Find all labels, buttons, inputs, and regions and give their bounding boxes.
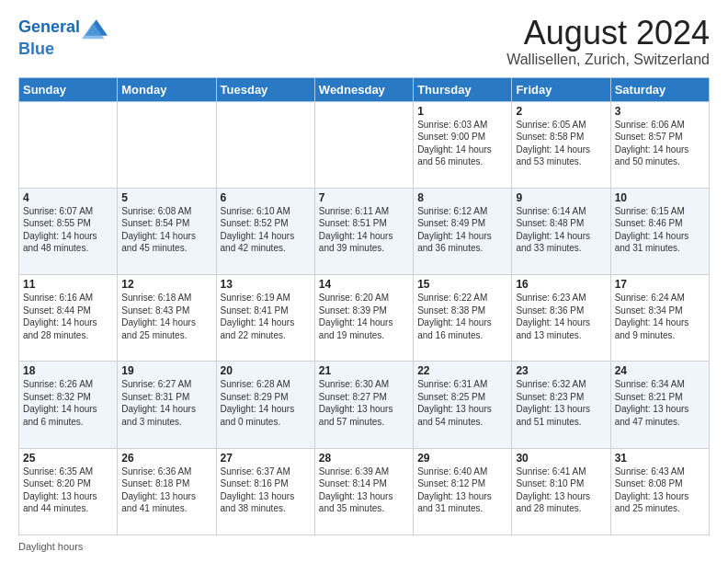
day-number: 16 — [516, 278, 606, 291]
day-number: 28 — [319, 452, 409, 465]
calendar-cell: 31Sunrise: 6:43 AM Sunset: 8:08 PM Dayli… — [610, 448, 709, 534]
day-number: 12 — [121, 278, 211, 291]
calendar-week-row: 25Sunrise: 6:35 AM Sunset: 8:20 PM Dayli… — [19, 448, 710, 534]
calendar-cell: 7Sunrise: 6:11 AM Sunset: 8:51 PM Daylig… — [314, 188, 413, 274]
calendar-cell: 13Sunrise: 6:19 AM Sunset: 8:41 PM Dayli… — [216, 275, 314, 362]
calendar-cell: 3Sunrise: 6:06 AM Sunset: 8:57 PM Daylig… — [610, 101, 709, 188]
day-number: 10 — [615, 191, 705, 204]
calendar-header-row: SundayMondayTuesdayWednesdayThursdayFrid… — [19, 77, 710, 101]
logo-text: General — [18, 18, 80, 37]
day-info: Sunrise: 6:11 AM Sunset: 8:51 PM Dayligh… — [319, 206, 393, 254]
day-info: Sunrise: 6:16 AM Sunset: 8:44 PM Dayligh… — [23, 293, 97, 340]
day-number: 26 — [121, 452, 211, 465]
day-number: 18 — [23, 364, 113, 377]
day-info: Sunrise: 6:14 AM Sunset: 8:48 PM Dayligh… — [516, 206, 590, 254]
calendar-cell: 18Sunrise: 6:26 AM Sunset: 8:32 PM Dayli… — [19, 362, 118, 448]
day-info: Sunrise: 6:27 AM Sunset: 8:31 PM Dayligh… — [121, 379, 196, 427]
logo-text2: Blue — [18, 40, 54, 58]
day-info: Sunrise: 6:24 AM Sunset: 8:34 PM Dayligh… — [615, 293, 689, 340]
calendar-cell: 29Sunrise: 6:40 AM Sunset: 8:12 PM Dayli… — [414, 448, 512, 534]
calendar-day-header: Friday — [512, 77, 610, 101]
day-number: 25 — [23, 452, 113, 465]
day-info: Sunrise: 6:31 AM Sunset: 8:25 PM Dayligh… — [417, 379, 492, 427]
calendar-cell — [314, 101, 413, 188]
day-number: 13 — [221, 278, 311, 291]
calendar-cell: 9Sunrise: 6:14 AM Sunset: 8:48 PM Daylig… — [512, 188, 610, 274]
calendar-day-header: Monday — [118, 77, 216, 101]
calendar-cell: 4Sunrise: 6:07 AM Sunset: 8:55 PM Daylig… — [19, 188, 118, 274]
day-info: Sunrise: 6:32 AM Sunset: 8:23 PM Dayligh… — [516, 379, 590, 427]
calendar-cell: 11Sunrise: 6:16 AM Sunset: 8:44 PM Dayli… — [19, 275, 118, 362]
calendar-cell: 28Sunrise: 6:39 AM Sunset: 8:14 PM Dayli… — [314, 448, 413, 534]
day-number: 29 — [417, 452, 507, 465]
day-number: 20 — [221, 364, 311, 377]
day-info: Sunrise: 6:28 AM Sunset: 8:29 PM Dayligh… — [221, 379, 295, 427]
page-title: August 2024 — [506, 15, 710, 52]
logo-icon — [82, 15, 108, 40]
calendar-cell: 17Sunrise: 6:24 AM Sunset: 8:34 PM Dayli… — [610, 275, 709, 362]
day-number: 3 — [615, 105, 705, 118]
day-info: Sunrise: 6:39 AM Sunset: 8:14 PM Dayligh… — [319, 466, 393, 514]
day-info: Sunrise: 6:23 AM Sunset: 8:36 PM Dayligh… — [516, 293, 590, 340]
calendar-cell — [216, 101, 314, 188]
day-info: Sunrise: 6:12 AM Sunset: 8:49 PM Dayligh… — [417, 206, 492, 254]
day-info: Sunrise: 6:34 AM Sunset: 8:21 PM Dayligh… — [615, 379, 689, 427]
day-number: 27 — [221, 452, 311, 465]
page: General Blue August 2024 Wallisellen, Zu… — [0, 0, 728, 563]
header: General Blue August 2024 Wallisellen, Zu… — [18, 15, 710, 68]
day-info: Sunrise: 6:40 AM Sunset: 8:12 PM Dayligh… — [417, 466, 492, 514]
day-number: 30 — [516, 452, 606, 465]
day-info: Sunrise: 6:36 AM Sunset: 8:18 PM Dayligh… — [121, 466, 196, 514]
calendar-cell: 5Sunrise: 6:08 AM Sunset: 8:54 PM Daylig… — [118, 188, 216, 274]
day-info: Sunrise: 6:41 AM Sunset: 8:10 PM Dayligh… — [516, 466, 590, 514]
calendar-cell: 16Sunrise: 6:23 AM Sunset: 8:36 PM Dayli… — [512, 275, 610, 362]
day-number: 7 — [319, 191, 409, 204]
day-info: Sunrise: 6:10 AM Sunset: 8:52 PM Dayligh… — [221, 206, 295, 254]
day-info: Sunrise: 6:03 AM Sunset: 9:00 PM Dayligh… — [417, 120, 492, 167]
day-number: 5 — [121, 191, 211, 204]
day-number: 11 — [23, 278, 113, 291]
day-number: 2 — [516, 105, 606, 118]
day-number: 1 — [417, 105, 507, 118]
calendar-cell: 19Sunrise: 6:27 AM Sunset: 8:31 PM Dayli… — [118, 362, 216, 448]
day-number: 23 — [516, 364, 606, 377]
calendar-day-header: Wednesday — [314, 77, 413, 101]
calendar-day-header: Thursday — [414, 77, 512, 101]
day-info: Sunrise: 6:22 AM Sunset: 8:38 PM Dayligh… — [417, 293, 492, 340]
calendar-cell: 26Sunrise: 6:36 AM Sunset: 8:18 PM Dayli… — [118, 448, 216, 534]
day-info: Sunrise: 6:18 AM Sunset: 8:43 PM Dayligh… — [121, 293, 196, 340]
calendar-cell: 30Sunrise: 6:41 AM Sunset: 8:10 PM Dayli… — [512, 448, 610, 534]
day-number: 15 — [417, 278, 507, 291]
day-number: 14 — [319, 278, 409, 291]
day-info: Sunrise: 6:20 AM Sunset: 8:39 PM Dayligh… — [319, 293, 393, 340]
day-info: Sunrise: 6:30 AM Sunset: 8:27 PM Dayligh… — [319, 379, 393, 427]
calendar-cell: 12Sunrise: 6:18 AM Sunset: 8:43 PM Dayli… — [118, 275, 216, 362]
day-info: Sunrise: 6:05 AM Sunset: 8:58 PM Dayligh… — [516, 120, 590, 167]
calendar-table: SundayMondayTuesdayWednesdayThursdayFrid… — [18, 77, 710, 535]
day-number: 21 — [319, 364, 409, 377]
calendar-cell: 6Sunrise: 6:10 AM Sunset: 8:52 PM Daylig… — [216, 188, 314, 274]
calendar-cell: 22Sunrise: 6:31 AM Sunset: 8:25 PM Dayli… — [414, 362, 512, 448]
day-number: 24 — [615, 364, 705, 377]
calendar-cell: 15Sunrise: 6:22 AM Sunset: 8:38 PM Dayli… — [414, 275, 512, 362]
calendar-cell: 14Sunrise: 6:20 AM Sunset: 8:39 PM Dayli… — [314, 275, 413, 362]
calendar-cell: 24Sunrise: 6:34 AM Sunset: 8:21 PM Dayli… — [610, 362, 709, 448]
title-block: August 2024 Wallisellen, Zurich, Switzer… — [506, 15, 710, 68]
day-number: 17 — [615, 278, 705, 291]
calendar-day-header: Sunday — [19, 77, 118, 101]
page-subtitle: Wallisellen, Zurich, Switzerland — [506, 52, 710, 68]
day-info: Sunrise: 6:15 AM Sunset: 8:46 PM Dayligh… — [615, 206, 689, 254]
calendar-cell: 21Sunrise: 6:30 AM Sunset: 8:27 PM Dayli… — [314, 362, 413, 448]
calendar-week-row: 11Sunrise: 6:16 AM Sunset: 8:44 PM Dayli… — [19, 275, 710, 362]
calendar-cell: 23Sunrise: 6:32 AM Sunset: 8:23 PM Dayli… — [512, 362, 610, 448]
day-number: 9 — [516, 191, 606, 204]
calendar-cell: 25Sunrise: 6:35 AM Sunset: 8:20 PM Dayli… — [19, 448, 118, 534]
day-number: 19 — [121, 364, 211, 377]
calendar-week-row: 18Sunrise: 6:26 AM Sunset: 8:32 PM Dayli… — [19, 362, 710, 448]
calendar-cell: 2Sunrise: 6:05 AM Sunset: 8:58 PM Daylig… — [512, 101, 610, 188]
day-number: 6 — [221, 191, 311, 204]
day-info: Sunrise: 6:06 AM Sunset: 8:57 PM Dayligh… — [615, 120, 689, 167]
day-info: Sunrise: 6:08 AM Sunset: 8:54 PM Dayligh… — [121, 206, 196, 254]
calendar-cell — [19, 101, 118, 188]
calendar-day-header: Tuesday — [216, 77, 314, 101]
